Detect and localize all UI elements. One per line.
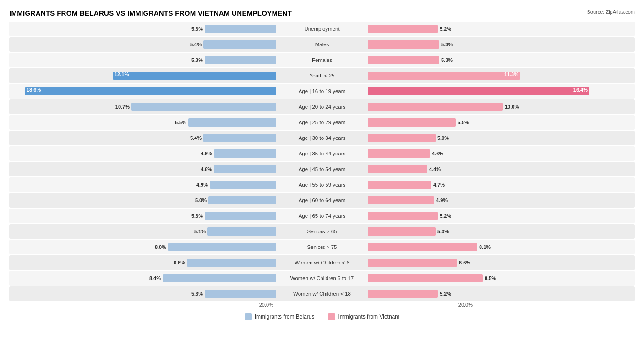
- bar-left-container: 6.6%: [9, 256, 276, 269]
- chart-row: 5.4% Males 5.3%: [9, 37, 635, 52]
- bar-pink: [368, 259, 457, 267]
- bar-blue: [188, 118, 276, 127]
- bar-pink: [368, 290, 438, 298]
- right-value: 10.0%: [505, 104, 519, 110]
- chart-area: 5.3% Unemployment 5.2% 5.4% Males 5.3% 5…: [9, 22, 635, 301]
- bar-right-container: 5.3%: [368, 54, 635, 66]
- row-label: Age | 60 to 64 years: [276, 198, 368, 203]
- bar-right-container: 11.3%: [368, 69, 635, 82]
- bar-left-container: 5.3%: [9, 209, 276, 222]
- legend-item-vietnam: Immigrants from Vietnam: [328, 313, 399, 320]
- bar-right-container: 8.5%: [368, 272, 635, 285]
- right-value: 6.6%: [459, 260, 470, 265]
- left-value: 5.4%: [190, 135, 202, 141]
- left-value: 6.6%: [174, 260, 185, 265]
- bar-blue: [205, 25, 276, 33]
- right-value: 5.2%: [440, 291, 451, 297]
- right-value: 4.7%: [433, 182, 445, 187]
- bar-right-container: 5.2%: [368, 22, 635, 35]
- bar-right-container: 6.6%: [368, 256, 635, 269]
- bar-blue: [205, 56, 276, 64]
- bar-left-container: 5.3%: [9, 287, 276, 300]
- legend-label-belarus: Immigrants from Belarus: [255, 314, 315, 320]
- right-value: 5.3%: [441, 42, 453, 47]
- chart-row: 5.1% Seniors > 65 5.0%: [9, 224, 635, 239]
- bar-left-container: 4.9%: [9, 178, 276, 191]
- legend-item-belarus: Immigrants from Belarus: [245, 313, 315, 320]
- row-label: Age | 55 to 59 years: [276, 182, 368, 187]
- bar-pink: [368, 243, 477, 251]
- chart-row: 5.4% Age | 30 to 34 years 5.0%: [9, 131, 635, 145]
- left-value: 5.3%: [191, 291, 203, 297]
- bar-right-container: 16.4%: [368, 85, 635, 98]
- row-label: Age | 20 to 24 years: [276, 104, 368, 110]
- bar-blue: [210, 181, 276, 189]
- chart-row: 4.6% Age | 45 to 54 years 4.4%: [9, 162, 635, 176]
- row-label: Seniors > 65: [276, 229, 368, 234]
- bar-pink: [368, 165, 427, 173]
- bar-left-container: 18.6%: [9, 85, 276, 98]
- right-value: 8.5%: [485, 275, 496, 281]
- bar-left-container: 5.3%: [9, 54, 276, 66]
- right-value: 8.1%: [479, 244, 491, 250]
- bar-blue: [187, 259, 276, 267]
- legend-box-vietnam: [328, 313, 335, 320]
- bar-right-container: 5.0%: [368, 132, 635, 144]
- row-label: Women w/ Children 6 to 17: [276, 275, 368, 281]
- chart-container: IMMIGRANTS FROM BELARUS VS IMMIGRANTS FR…: [9, 9, 635, 320]
- bar-blue: [214, 165, 276, 173]
- bar-blue: [205, 290, 276, 298]
- bar-left-container: 4.6%: [9, 147, 276, 160]
- bar-blue: 12.1%: [113, 72, 276, 80]
- chart-row: 6.6% Women w/ Children < 6 6.6%: [9, 255, 635, 270]
- bar-pink: 11.3%: [368, 72, 520, 80]
- bar-right-container: 5.2%: [368, 209, 635, 222]
- right-value: 4.9%: [436, 198, 448, 203]
- chart-row: 5.3% Women w/ Children < 18 5.2%: [9, 286, 635, 301]
- row-label: Youth < 25: [276, 73, 368, 78]
- bar-right-container: 4.4%: [368, 163, 635, 176]
- chart-row: 5.3% Age | 65 to 74 years 5.2%: [9, 209, 635, 223]
- bar-pink: [368, 118, 456, 127]
- axis-left: 20.0%: [9, 302, 276, 308]
- bar-left-container: 10.7%: [9, 100, 276, 113]
- bar-left-container: 5.4%: [9, 38, 276, 51]
- left-value: 18.6%: [27, 87, 41, 93]
- bar-pink: [368, 212, 438, 220]
- chart-title: IMMIGRANTS FROM BELARUS VS IMMIGRANTS FR…: [9, 9, 635, 17]
- bar-pink: [368, 149, 430, 158]
- bar-right-container: 8.1%: [368, 241, 635, 253]
- bar-blue: [214, 149, 276, 158]
- chart-row: 5.3% Females 5.3%: [9, 53, 635, 67]
- right-value: 5.0%: [437, 229, 449, 234]
- bar-pink: [368, 134, 436, 142]
- bar-pink: [368, 40, 439, 49]
- right-value: 4.4%: [429, 166, 441, 172]
- chart-row: 12.1% Youth < 25 11.3%: [9, 68, 635, 83]
- right-value: 5.2%: [440, 213, 451, 219]
- bar-right-container: 10.0%: [368, 100, 635, 113]
- left-value: 8.4%: [149, 275, 161, 281]
- row-label: Age | 35 to 44 years: [276, 151, 368, 156]
- right-value: 6.5%: [458, 120, 469, 125]
- chart-row: 8.0% Seniors > 75 8.1%: [9, 240, 635, 254]
- bar-left-container: 5.0%: [9, 194, 276, 207]
- row-label: Age | 65 to 74 years: [276, 213, 368, 219]
- bar-blue: [205, 212, 276, 220]
- axis-row: 20.0% 20.0%: [9, 302, 635, 308]
- bar-blue: [207, 227, 276, 236]
- right-value: 4.6%: [432, 151, 443, 156]
- bar-left-container: 8.0%: [9, 241, 276, 253]
- bar-right-container: 4.6%: [368, 147, 635, 160]
- bar-pink: [368, 103, 503, 111]
- left-value: 6.5%: [175, 120, 186, 125]
- legend: Immigrants from Belarus Immigrants from …: [9, 313, 635, 320]
- left-value: 4.6%: [201, 166, 212, 172]
- bar-right-container: 4.7%: [368, 178, 635, 191]
- bar-pink: [368, 181, 431, 189]
- axis-right: 20.0%: [362, 302, 635, 308]
- bar-blue: [203, 134, 276, 142]
- bar-blue: [131, 103, 276, 111]
- left-value: 8.0%: [155, 244, 166, 250]
- left-value: 5.3%: [191, 26, 203, 32]
